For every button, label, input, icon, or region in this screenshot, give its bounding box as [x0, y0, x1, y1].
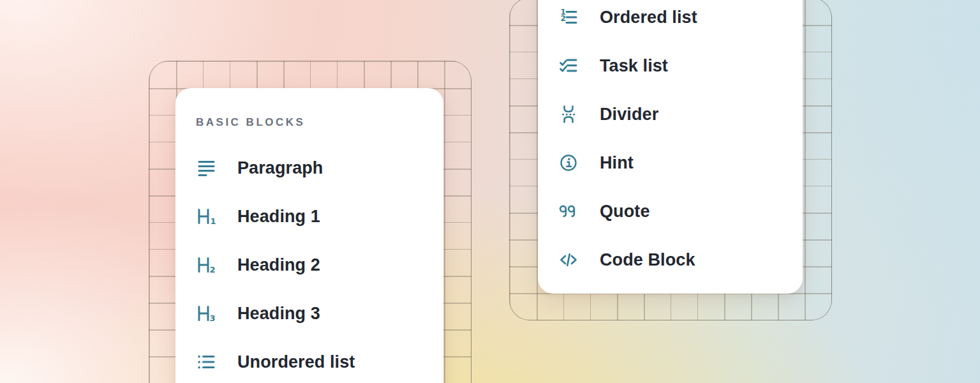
heading-3-icon: 3 — [196, 303, 216, 324]
blocks-menu-card-right: 1 2 Ordered list Task list Divider Hint — [538, 0, 803, 294]
menu-item-hint[interactable]: Hint — [558, 139, 782, 187]
basic-blocks-menu-card: BASIC BLOCKS Paragraph 1 Heading 1 2 Hea… — [175, 88, 443, 383]
menu-item-label: Paragraph — [237, 158, 323, 178]
menu-item-code-block[interactable]: Code Block — [558, 236, 782, 284]
unordered-list-icon — [196, 352, 216, 372]
menu-item-label: Divider — [600, 105, 658, 124]
code-block-icon — [558, 250, 579, 270]
advanced-blocks-menu-list: 1 2 Ordered list Task list Divider Hint — [558, 0, 782, 284]
task-list-icon — [558, 56, 579, 76]
divider-icon — [558, 104, 579, 124]
svg-text:2: 2 — [561, 14, 566, 23]
menu-item-label: Heading 3 — [237, 304, 320, 324]
section-title-basic-blocks: BASIC BLOCKS — [196, 116, 423, 129]
svg-text:3: 3 — [210, 313, 216, 323]
hint-icon — [558, 153, 579, 173]
menu-item-task-list[interactable]: Task list — [558, 41, 782, 90]
menu-item-heading-3[interactable]: 3 Heading 3 — [196, 289, 423, 338]
menu-item-label: Code Block — [600, 250, 695, 270]
basic-blocks-menu-list: Paragraph 1 Heading 1 2 Heading 2 3 Head… — [196, 144, 423, 383]
menu-item-heading-2[interactable]: 2 Heading 2 — [196, 241, 423, 289]
menu-item-label: Unordered list — [237, 352, 355, 372]
menu-item-label: Heading 1 — [237, 207, 320, 227]
menu-item-quote[interactable]: Quote — [558, 187, 782, 236]
quote-icon — [558, 201, 579, 222]
menu-item-divider[interactable]: Divider — [558, 90, 782, 139]
menu-item-unordered-list[interactable]: Unordered list — [196, 338, 423, 383]
menu-item-label: Task list — [600, 56, 668, 76]
menu-item-label: Ordered list — [600, 8, 697, 27]
svg-text:1: 1 — [211, 216, 216, 226]
menu-item-label: Heading 2 — [237, 255, 320, 275]
menu-item-ordered-list[interactable]: 1 2 Ordered list — [558, 0, 782, 41]
menu-item-heading-1[interactable]: 1 Heading 1 — [196, 192, 423, 241]
menu-item-label: Quote — [600, 202, 650, 222]
heading-2-icon: 2 — [196, 255, 216, 275]
heading-1-icon: 1 — [196, 206, 216, 227]
menu-item-paragraph[interactable]: Paragraph — [196, 144, 423, 192]
paragraph-icon — [196, 158, 216, 178]
menu-item-label: Hint — [600, 153, 634, 173]
ordered-list-icon: 1 2 — [558, 7, 579, 27]
svg-text:2: 2 — [210, 265, 216, 274]
